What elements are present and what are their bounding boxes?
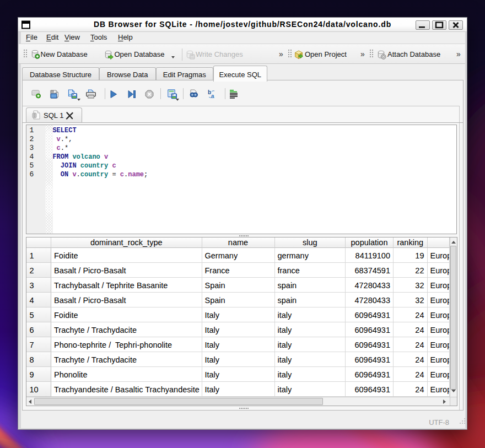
svg-text:a: a [211,93,214,99]
